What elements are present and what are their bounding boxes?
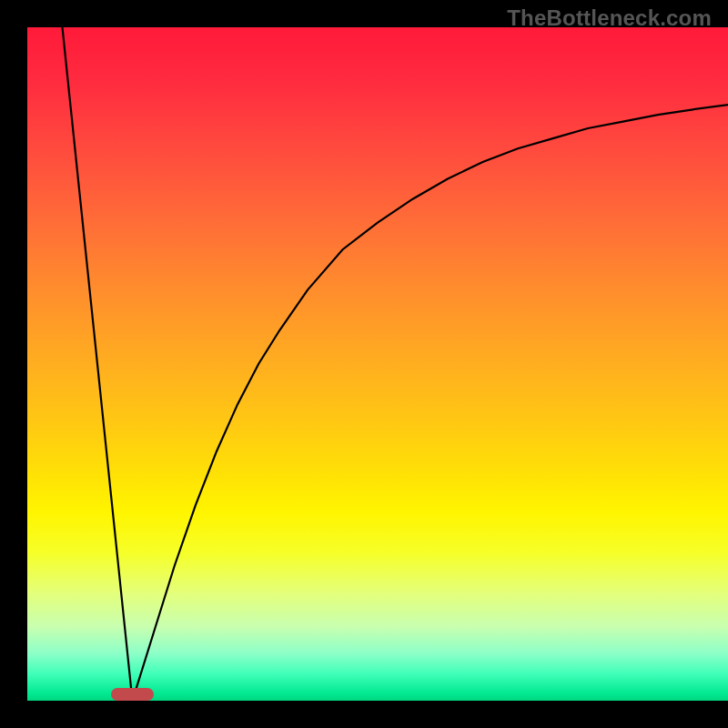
curve-layer [27, 27, 728, 701]
watermark-text: TheBottleneck.com [507, 5, 712, 31]
bottleneck-curve [63, 27, 729, 701]
chart-frame: TheBottleneck.com [0, 0, 728, 728]
optimum-marker [111, 688, 153, 701]
plot-area [27, 27, 728, 701]
